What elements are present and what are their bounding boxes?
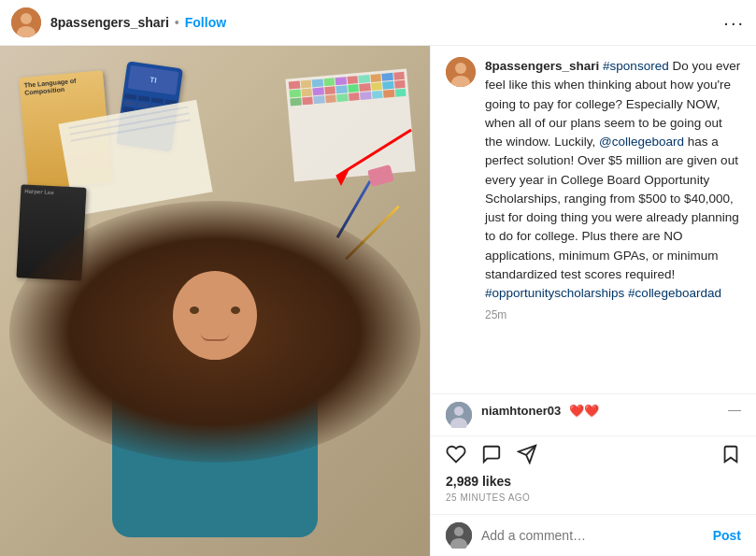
- svg-point-6: [455, 63, 466, 74]
- header-dot: •: [175, 15, 179, 30]
- likes-count: 2,989 likes: [446, 474, 741, 489]
- collegeboard-mention[interactable]: @collegeboard: [599, 135, 684, 149]
- post-timestamp: 25 MINUTES AGO: [446, 492, 741, 503]
- comment-button[interactable]: [481, 444, 502, 468]
- book2-title: Harper Lee: [21, 184, 87, 201]
- comments-area: 8passengers_shari #sponsored Do you ever…: [431, 46, 756, 393]
- svg-marker-4: [336, 167, 350, 186]
- sponsored-hashtag[interactable]: #sponsored: [603, 59, 669, 73]
- hashtag-collegeboard[interactable]: #collegeboardad: [628, 286, 721, 300]
- action-icons: [446, 444, 741, 468]
- share-button[interactable]: [517, 444, 537, 468]
- header-username[interactable]: 8passengers_shari: [50, 15, 169, 30]
- reply-avatar[interactable]: [446, 402, 472, 428]
- reply-content: niamhtoner03 ❤️❤️: [481, 402, 599, 419]
- main-content: The Language of Composition TI: [0, 46, 756, 556]
- post-photo: The Language of Composition TI: [0, 46, 430, 556]
- svg-point-1: [21, 13, 32, 24]
- follow-button[interactable]: Follow: [185, 15, 226, 30]
- info-side: 8passengers_shari #sponsored Do you ever…: [430, 46, 756, 556]
- bookmark-button[interactable]: [720, 444, 741, 468]
- comment-time: 25m: [485, 307, 741, 323]
- post-header: 8passengers_shari • Follow ···: [0, 0, 756, 46]
- main-comment-row: 8passengers_shari #sponsored Do you ever…: [446, 57, 741, 323]
- like-button[interactable]: [446, 444, 466, 468]
- reply-username[interactable]: niamhtoner03: [481, 404, 561, 418]
- commenter-avatar[interactable]: [446, 57, 476, 87]
- post-comment-button[interactable]: Post: [713, 528, 741, 543]
- header-avatar[interactable]: [11, 7, 41, 37]
- comment-text-2: has a perfect solution! Over $5 million …: [485, 135, 739, 281]
- reply-hearts: ❤️❤️: [569, 404, 599, 418]
- red-arrow-annotation: [308, 121, 421, 199]
- head: [173, 271, 257, 360]
- main-comment-body: 8passengers_shari #sponsored Do you ever…: [485, 57, 741, 323]
- action-bar: 2,989 likes 25 MINUTES AGO: [431, 435, 756, 514]
- hashtag-opportunity[interactable]: #opportunityscholarships: [485, 286, 624, 300]
- reply-more[interactable]: —: [728, 402, 741, 417]
- reply-row: niamhtoner03 ❤️❤️ —: [431, 393, 756, 435]
- add-comment-area: Post: [431, 514, 756, 556]
- svg-point-9: [454, 406, 464, 416]
- current-user-avatar: [446, 522, 472, 549]
- svg-point-14: [454, 527, 464, 536]
- comment-input[interactable]: [481, 528, 713, 543]
- more-options-button[interactable]: ···: [723, 12, 745, 34]
- book1-title: The Language of Composition: [19, 70, 105, 103]
- comment-username[interactable]: 8passengers_shari: [485, 59, 599, 73]
